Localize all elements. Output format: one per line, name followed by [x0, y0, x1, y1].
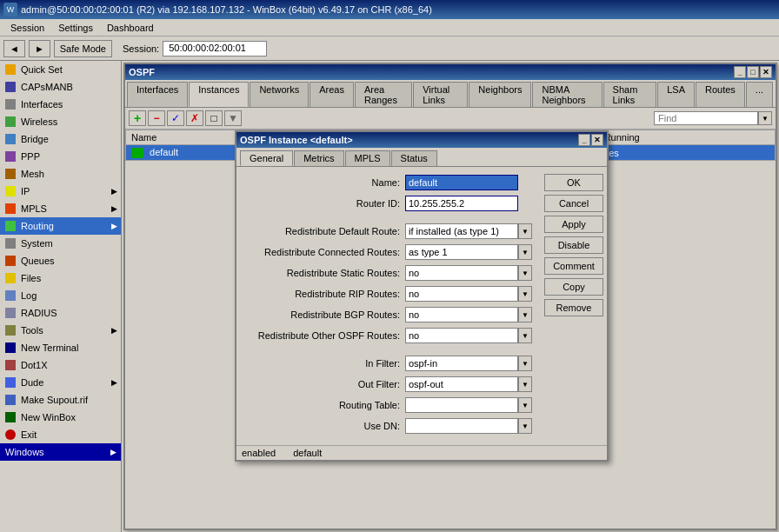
- sidebar-item-radius[interactable]: RADIUS: [0, 304, 121, 322]
- tab-area-ranges[interactable]: Area Ranges: [355, 82, 412, 107]
- dialog-close-btn[interactable]: ✕: [591, 134, 603, 146]
- tab-more[interactable]: ...: [746, 82, 773, 107]
- sidebar-item-exit[interactable]: Exit: [0, 426, 121, 443]
- tab-neighbors[interactable]: Neighbors: [469, 82, 531, 107]
- sidebar-item-tools[interactable]: Tools ▶: [0, 322, 121, 339]
- sidebar-item-routing[interactable]: Routing ▶: [0, 217, 121, 235]
- sidebar-item-dot1x[interactable]: Dot1X: [0, 356, 121, 374]
- cancel-button[interactable]: Cancel: [544, 195, 603, 212]
- disable-button[interactable]: Disable: [544, 236, 603, 254]
- dialog-tab-mpls[interactable]: MPLS: [345, 150, 390, 166]
- find-input[interactable]: [654, 111, 758, 125]
- tab-sham-links[interactable]: Sham Links: [603, 82, 657, 107]
- redistribute-connected-label: Redistribute Connected Routes:: [243, 247, 400, 257]
- mpls-arrow: ▶: [111, 204, 117, 213]
- sidebar-item-new-terminal[interactable]: New Terminal: [0, 339, 121, 356]
- dialog-tab-status[interactable]: Status: [391, 150, 437, 166]
- safe-mode-button[interactable]: Safe Mode: [54, 40, 112, 57]
- sidebar-item-system[interactable]: System: [0, 235, 121, 252]
- tab-lsa[interactable]: LSA: [657, 82, 695, 107]
- redistribute-other-arrow[interactable]: ▼: [518, 328, 532, 343]
- remove-button[interactable]: −: [148, 110, 165, 126]
- tab-networks[interactable]: Networks: [250, 82, 309, 107]
- routing-table-value[interactable]: [405, 397, 518, 413]
- sidebar-item-mpls[interactable]: MPLS ▶: [0, 200, 121, 217]
- disable-button[interactable]: ✗: [186, 110, 203, 126]
- sidebar-item-bridge[interactable]: Bridge: [0, 130, 121, 148]
- menu-settings[interactable]: Settings: [51, 21, 100, 35]
- use-dn-arrow[interactable]: ▼: [518, 418, 532, 434]
- redistribute-rip-value[interactable]: no: [405, 286, 518, 302]
- ok-button[interactable]: OK: [544, 174, 603, 191]
- use-dn-value[interactable]: [405, 418, 518, 434]
- back-button[interactable]: ◄: [3, 40, 25, 57]
- redistribute-default-arrow[interactable]: ▼: [518, 223, 532, 239]
- sidebar-item-files[interactable]: Files: [0, 269, 121, 287]
- sidebar-label-make-supout: Make Supout.rif: [21, 395, 88, 405]
- ospf-maximize-btn[interactable]: □: [747, 66, 759, 78]
- router-id-input[interactable]: [405, 196, 518, 211]
- tools-icon: [3, 324, 17, 336]
- dialog-tab-general[interactable]: General: [240, 150, 293, 166]
- windows-bar[interactable]: Windows ▶: [0, 443, 122, 461]
- in-filter-arrow[interactable]: ▼: [518, 356, 532, 371]
- menu-session[interactable]: Session: [3, 21, 51, 35]
- sidebar-item-capsman[interactable]: CAPsMANB: [0, 78, 121, 96]
- name-input[interactable]: [405, 175, 518, 190]
- tab-areas[interactable]: Areas: [310, 82, 354, 107]
- sidebar-item-ppp[interactable]: PPP: [0, 148, 121, 165]
- redistribute-default-text: if installed (as type 1): [409, 226, 499, 236]
- enable-button[interactable]: ✓: [167, 110, 184, 126]
- tab-instances[interactable]: Instances: [189, 82, 249, 107]
- redistribute-static-value[interactable]: no: [405, 265, 518, 281]
- dialog-tab-metrics[interactable]: Metrics: [294, 150, 343, 166]
- tab-interfaces[interactable]: Interfaces: [127, 82, 188, 107]
- remove-button[interactable]: Remove: [544, 299, 603, 316]
- sidebar-item-interfaces[interactable]: Interfaces: [0, 96, 121, 113]
- sidebar-item-mesh[interactable]: Mesh: [0, 165, 121, 183]
- comment-button[interactable]: Comment: [544, 257, 603, 275]
- redistribute-connected-arrow[interactable]: ▼: [518, 244, 532, 260]
- dialog-minimize-btn[interactable]: _: [578, 134, 590, 146]
- redistribute-bgp-value[interactable]: no: [405, 307, 518, 323]
- sidebar-item-new-winbox[interactable]: New WinBox: [0, 409, 121, 426]
- redistribute-static-arrow[interactable]: ▼: [518, 265, 532, 281]
- sidebar-item-make-supout[interactable]: Make Supout.rif: [0, 391, 121, 409]
- wireless-icon: [3, 116, 17, 128]
- redistribute-bgp-arrow[interactable]: ▼: [518, 307, 532, 323]
- redistribute-rip-arrow[interactable]: ▼: [518, 286, 532, 302]
- mpls-icon: [3, 203, 17, 215]
- forward-button[interactable]: ►: [29, 40, 50, 57]
- menu-dashboard[interactable]: Dashboard: [100, 21, 161, 35]
- sidebar-item-wireless[interactable]: Wireless: [0, 113, 121, 130]
- in-filter-value[interactable]: ospf-in: [405, 356, 518, 371]
- in-filter-dropdown: ospf-in ▼: [405, 356, 532, 371]
- dude-arrow: ▶: [111, 378, 117, 387]
- sidebar-item-dude[interactable]: Dude ▶: [0, 374, 121, 391]
- sidebar-item-queues[interactable]: Queues: [0, 252, 121, 269]
- out-filter-dropdown: ospf-out ▼: [405, 376, 532, 392]
- out-filter-arrow[interactable]: ▼: [518, 376, 532, 392]
- sidebar-item-quick-set[interactable]: Quick Set: [0, 61, 121, 78]
- redistribute-other-value[interactable]: no: [405, 328, 518, 343]
- filter-button[interactable]: ▼: [224, 110, 242, 126]
- redistribute-connected-value[interactable]: as type 1: [405, 244, 518, 260]
- ospf-close-btn[interactable]: ✕: [760, 66, 772, 78]
- tab-routes[interactable]: Routes: [696, 82, 745, 107]
- tab-nbma-neighbors[interactable]: NBMA Neighbors: [532, 82, 602, 107]
- tab-virtual-links[interactable]: Virtual Links: [413, 82, 468, 107]
- copy-button[interactable]: Copy: [544, 278, 603, 296]
- redistribute-default-value[interactable]: if installed (as type 1): [405, 223, 518, 239]
- copy-icon-button[interactable]: □: [205, 110, 223, 126]
- add-button[interactable]: +: [129, 110, 146, 126]
- routing-table-arrow[interactable]: ▼: [518, 397, 532, 413]
- new-winbox-icon: [3, 411, 17, 423]
- out-filter-value[interactable]: ospf-out: [405, 376, 518, 392]
- sidebar-item-log[interactable]: Log: [0, 287, 121, 304]
- sidebar-item-ip[interactable]: IP ▶: [0, 183, 121, 200]
- find-arrow[interactable]: ▼: [758, 111, 772, 125]
- apply-button[interactable]: Apply: [544, 216, 603, 233]
- dialog-form: Name: Router ID: Redistribute Default Ro…: [236, 167, 539, 445]
- ospf-minimize-btn[interactable]: _: [734, 66, 746, 78]
- col-running[interactable]: Running: [598, 130, 775, 145]
